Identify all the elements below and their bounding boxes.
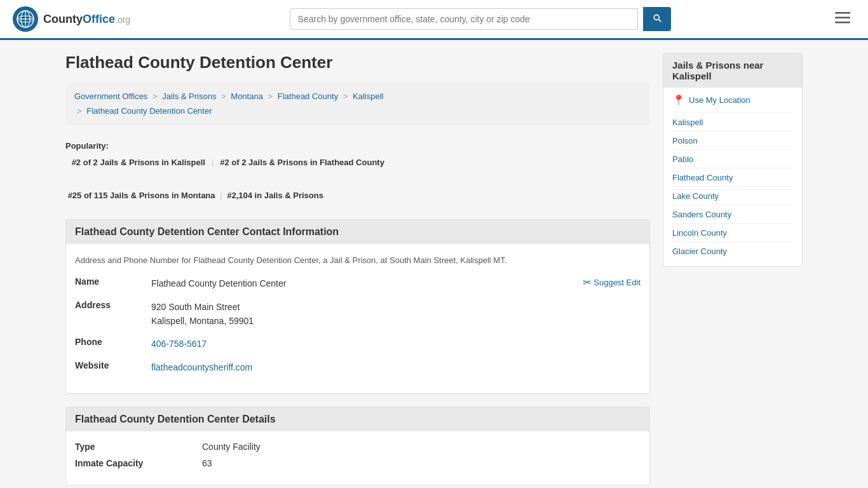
search-input[interactable] bbox=[290, 8, 638, 30]
phone-value: 406-758-5617 bbox=[151, 337, 641, 351]
page-title: Flathead County Detention Center bbox=[65, 53, 650, 72]
popularity-label: Popularity: bbox=[65, 141, 109, 151]
type-value: County Facility bbox=[202, 442, 261, 452]
use-location-label: Use My Location bbox=[689, 95, 750, 105]
name-label: Name bbox=[75, 276, 151, 287]
sidebar-link-lincoln-county[interactable]: Lincoln County bbox=[672, 228, 727, 238]
menu-button[interactable] bbox=[830, 8, 855, 30]
phone-label: Phone bbox=[75, 337, 151, 347]
use-location-button[interactable]: 📍 Use My Location bbox=[672, 94, 750, 106]
phone-row: Phone 406-758-5617 bbox=[75, 337, 641, 351]
svg-rect-7 bbox=[835, 22, 850, 24]
type-label: Type bbox=[75, 442, 202, 452]
list-item: Flathead County bbox=[672, 168, 793, 186]
type-row: Type County Facility bbox=[75, 442, 641, 452]
page-container: Flathead County Detention Center Governm… bbox=[53, 40, 815, 488]
logo-text: CountyOffice.org bbox=[43, 13, 130, 26]
sidebar-link-sanders-county[interactable]: Sanders County bbox=[672, 210, 731, 219]
list-item: Lake County bbox=[672, 186, 793, 205]
suggest-edit-link[interactable]: ✂ Suggest Edit bbox=[583, 276, 641, 288]
pop-item-1: #2 of 2 Jails & Prisons in Kalispell bbox=[72, 154, 205, 171]
list-item: Sanders County bbox=[672, 205, 793, 223]
edit-icon: ✂ bbox=[583, 276, 591, 288]
list-item: Kalispell bbox=[672, 112, 793, 131]
details-section-header: Flathead County Detention Center Details bbox=[66, 407, 649, 431]
capacity-row: Inmate Capacity 63 bbox=[75, 458, 641, 468]
address-line1: 920 South Main Street bbox=[151, 302, 240, 312]
sidebar-link-polson[interactable]: Polson bbox=[672, 136, 698, 146]
breadcrumb-sep-5: > bbox=[77, 106, 82, 116]
website-row: Website flatheadcountysheriff.com bbox=[75, 360, 641, 374]
breadcrumb-flathead-county[interactable]: Flathead County bbox=[278, 92, 338, 101]
breadcrumb-sep-4: > bbox=[343, 92, 348, 101]
search-area bbox=[290, 7, 671, 31]
phone-link[interactable]: 406-758-5617 bbox=[151, 339, 207, 349]
website-value: flatheadcountysheriff.com bbox=[151, 360, 641, 374]
sidebar: Jails & Prisons near Kalispell 📍 Use My … bbox=[663, 53, 803, 488]
sidebar-link-pablo[interactable]: Pablo bbox=[672, 154, 693, 164]
address-value: 920 South Main Street Kalispell, Montana… bbox=[151, 300, 641, 329]
svg-rect-6 bbox=[835, 17, 850, 19]
capacity-value: 63 bbox=[202, 458, 212, 468]
contact-desc: Address and Phone Number for Flathead Co… bbox=[75, 254, 641, 267]
suggest-edit-label: Suggest Edit bbox=[593, 278, 641, 287]
logo-icon bbox=[13, 6, 38, 32]
name-row: Name Flathead County Detention Center ✂ … bbox=[75, 276, 641, 290]
pop-item-2: #2 of 2 Jails & Prisons in Flathead Coun… bbox=[220, 154, 384, 171]
website-label: Website bbox=[75, 360, 151, 370]
address-row: Address 920 South Main Street Kalispell,… bbox=[75, 300, 641, 329]
main-content: Flathead County Detention Center Governm… bbox=[65, 53, 650, 488]
contact-section-body: Address and Phone Number for Flathead Co… bbox=[66, 244, 649, 393]
name-value: Flathead County Detention Center bbox=[151, 276, 583, 290]
sidebar-link-lake-county[interactable]: Lake County bbox=[672, 191, 719, 201]
address-label: Address bbox=[75, 300, 151, 310]
details-section-body: Type County Facility Inmate Capacity 63 bbox=[66, 431, 649, 485]
contact-section-header: Flathead County Detention Center Contact… bbox=[66, 220, 649, 244]
capacity-label: Inmate Capacity bbox=[75, 458, 202, 468]
breadcrumb-sep-1: > bbox=[153, 92, 158, 101]
sidebar-box: Jails & Prisons near Kalispell 📍 Use My … bbox=[663, 53, 803, 267]
breadcrumb-government-offices[interactable]: Government Offices bbox=[74, 92, 147, 101]
sidebar-links-list: Kalispell Polson Pablo Flathead County L… bbox=[672, 112, 793, 260]
breadcrumb-current[interactable]: Flathead County Detention Center bbox=[86, 106, 212, 116]
breadcrumb-jails-prisons[interactable]: Jails & Prisons bbox=[162, 92, 216, 101]
svg-rect-5 bbox=[835, 12, 850, 14]
list-item: Polson bbox=[672, 131, 793, 149]
sidebar-header: Jails & Prisons near Kalispell bbox=[663, 53, 802, 88]
pop-item-4: #2,104 in Jails & Prisons bbox=[227, 191, 323, 200]
site-header: CountyOffice.org bbox=[0, 0, 868, 40]
sidebar-header-line2: Kalispell bbox=[672, 71, 712, 81]
details-section: Flathead County Detention Center Details… bbox=[65, 407, 650, 485]
search-button[interactable] bbox=[643, 7, 671, 31]
popularity-bar: Popularity: #2 of 2 Jails & Prisons in K… bbox=[65, 138, 650, 204]
breadcrumb-montana[interactable]: Montana bbox=[231, 92, 263, 101]
sidebar-body: 📍 Use My Location Kalispell Polson Pablo… bbox=[663, 88, 802, 266]
breadcrumb-sep-3: > bbox=[268, 92, 273, 101]
breadcrumb-kalispell[interactable]: Kalispell bbox=[353, 92, 383, 101]
sidebar-link-flathead-county[interactable]: Flathead County bbox=[672, 173, 733, 182]
pop-item-3: #25 of 115 Jails & Prisons in Montana bbox=[68, 191, 215, 200]
contact-info-table: Name Flathead County Detention Center ✂ … bbox=[75, 276, 641, 374]
logo-area: CountyOffice.org bbox=[13, 6, 130, 32]
list-item: Lincoln County bbox=[672, 223, 793, 241]
website-link[interactable]: flatheadcountysheriff.com bbox=[151, 362, 252, 372]
sidebar-link-kalispell[interactable]: Kalispell bbox=[672, 118, 703, 127]
popularity-items: #2 of 2 Jails & Prisons in Kalispell | #… bbox=[65, 154, 650, 171]
breadcrumb-sep-2: > bbox=[221, 92, 226, 101]
sidebar-link-glacier-county[interactable]: Glacier County bbox=[672, 247, 727, 256]
address-line2: Kalispell, Montana, 59901 bbox=[151, 316, 254, 326]
details-table: Type County Facility Inmate Capacity 63 bbox=[75, 442, 641, 468]
list-item: Pablo bbox=[672, 149, 793, 168]
list-item: Glacier County bbox=[672, 241, 793, 260]
location-pin-icon: 📍 bbox=[672, 94, 685, 106]
contact-section: Flathead County Detention Center Contact… bbox=[65, 219, 650, 394]
sidebar-header-line1: Jails & Prisons near bbox=[672, 60, 763, 71]
breadcrumb: Government Offices > Jails & Prisons > M… bbox=[65, 83, 650, 125]
